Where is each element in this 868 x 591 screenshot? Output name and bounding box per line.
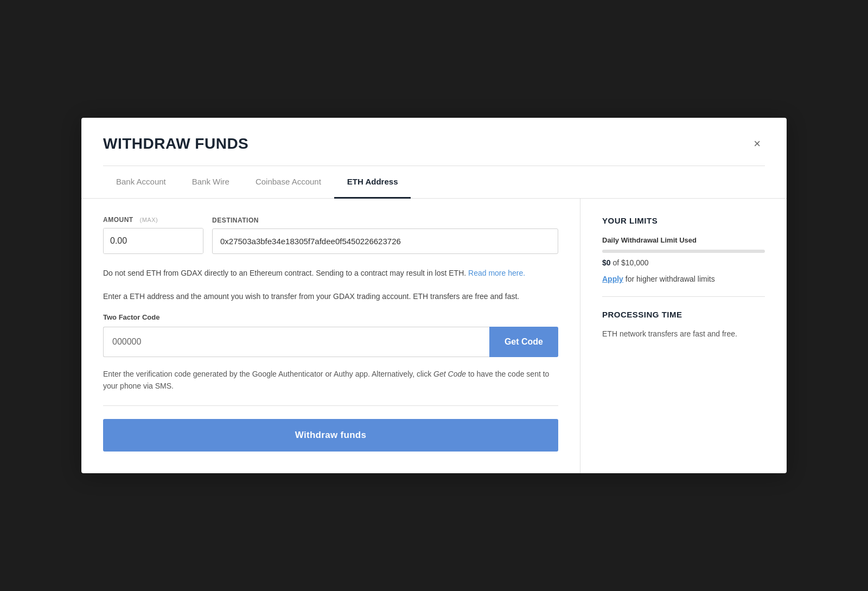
tab-eth-address[interactable]: ETH Address <box>334 166 411 199</box>
bottom-divider <box>103 405 558 406</box>
form-row-inputs: AMOUNT (MAX) ETH DESTINATION <box>103 216 558 254</box>
tabs-nav: Bank Account Bank Wire Coinbase Account … <box>81 166 787 199</box>
destination-input[interactable] <box>212 228 558 254</box>
modal-overlay: WITHDRAW FUNDS × Bank Account Bank Wire … <box>0 0 868 591</box>
two-factor-label: Two Factor Code <box>103 313 558 321</box>
processing-title: PROCESSING TIME <box>602 310 765 319</box>
processing-text: ETH network transfers are fast and free. <box>602 328 765 340</box>
two-factor-input[interactable] <box>103 327 489 357</box>
destination-label: DESTINATION <box>212 217 558 224</box>
modal-body: AMOUNT (MAX) ETH DESTINATION D <box>81 199 787 473</box>
verification-text: Enter the verification code generated by… <box>103 368 558 392</box>
amount-input-wrap: ETH <box>103 228 203 254</box>
destination-field-group: DESTINATION <box>212 217 558 254</box>
read-more-link[interactable]: Read more here. <box>468 269 525 277</box>
tab-bank-wire[interactable]: Bank Wire <box>179 166 242 199</box>
progress-bar-wrap <box>602 250 765 253</box>
tab-bank-account[interactable]: Bank Account <box>103 166 179 199</box>
modal: WITHDRAW FUNDS × Bank Account Bank Wire … <box>81 118 787 473</box>
amount-field-group: AMOUNT (MAX) ETH <box>103 216 203 254</box>
main-content: AMOUNT (MAX) ETH DESTINATION D <box>81 199 580 473</box>
get-code-button[interactable]: Get Code <box>489 327 558 357</box>
sidebar: YOUR LIMITS Daily Withdrawal Limit Used … <box>580 199 787 473</box>
apply-link[interactable]: Apply <box>602 275 623 283</box>
info-text-contract: Do not send ETH from GDAX directly to an… <box>103 267 558 279</box>
amount-input[interactable] <box>104 228 203 253</box>
apply-text: Apply for higher withdrawal limits <box>602 275 765 283</box>
withdraw-funds-button[interactable]: Withdraw funds <box>103 419 558 452</box>
daily-limit-label: Daily Withdrawal Limit Used <box>602 236 765 244</box>
limit-amount: $0 of $10,000 <box>602 258 765 267</box>
max-label: (MAX) <box>140 217 158 223</box>
two-factor-row: Get Code <box>103 327 558 357</box>
modal-header: WITHDRAW FUNDS × <box>81 118 787 166</box>
tab-coinbase-account[interactable]: Coinbase Account <box>242 166 334 199</box>
amount-label: AMOUNT (MAX) <box>103 216 203 224</box>
limits-title: YOUR LIMITS <box>602 216 765 225</box>
modal-title: WITHDRAW FUNDS <box>103 135 248 152</box>
info-text-transfer: Enter a ETH address and the amount you w… <box>103 290 558 302</box>
sidebar-divider <box>602 296 765 297</box>
close-button[interactable]: × <box>749 136 765 152</box>
